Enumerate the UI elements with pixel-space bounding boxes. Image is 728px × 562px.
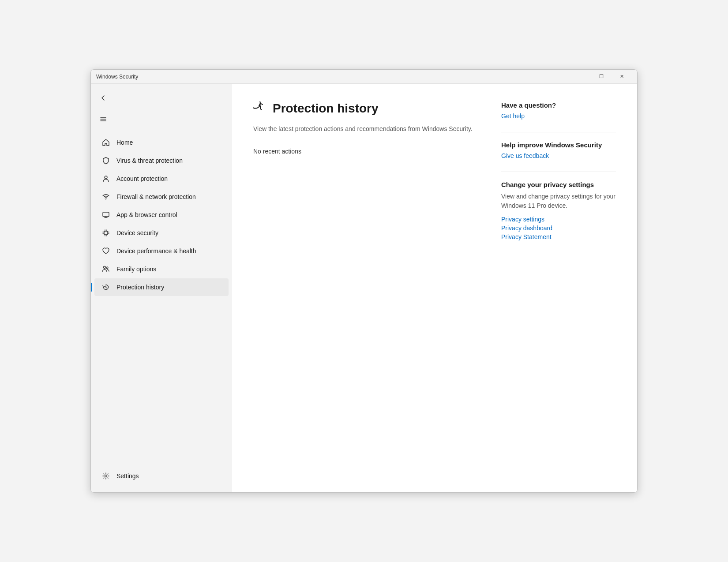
no-actions-text: No recent actions xyxy=(253,148,480,155)
svg-point-6 xyxy=(105,475,107,477)
monitor-icon xyxy=(101,210,110,219)
hamburger-icon xyxy=(100,116,107,123)
sidebar-item-app-browser-label: App & browser control xyxy=(116,211,177,218)
privacy-dashboard-link[interactable]: Privacy dashboard xyxy=(501,225,616,232)
help-title: Have a question? xyxy=(501,101,616,109)
feedback-link[interactable]: Give us feedback xyxy=(501,152,616,159)
svg-rect-3 xyxy=(104,231,108,235)
right-panel: Have a question? Get help Help improve W… xyxy=(501,101,616,475)
maximize-button[interactable]: ❐ xyxy=(591,70,612,84)
page-description: View the latest protection actions and r… xyxy=(253,124,474,134)
history-icon xyxy=(101,283,110,292)
sidebar-bottom: Settings xyxy=(91,463,232,492)
chip-icon xyxy=(101,229,110,237)
sidebar-item-protection-history[interactable]: Protection history xyxy=(94,278,229,296)
sidebar-item-home[interactable]: Home xyxy=(94,134,229,151)
main-content: Protection history View the latest prote… xyxy=(253,101,480,475)
window-controls: − ❐ ✕ xyxy=(571,70,632,84)
app-body: Home Virus & threat protection xyxy=(91,84,637,492)
back-button[interactable] xyxy=(94,89,112,107)
divider-2 xyxy=(501,172,616,172)
app-title: Windows Security xyxy=(96,74,571,80)
sidebar-navigation: Home Virus & threat protection xyxy=(91,130,232,463)
sidebar-item-home-label: Home xyxy=(116,139,133,146)
app-window: Windows Security − ❐ ✕ xyxy=(90,69,638,493)
divider-1 xyxy=(501,132,616,132)
close-button[interactable]: ✕ xyxy=(612,70,632,84)
titlebar: Windows Security − ❐ ✕ xyxy=(91,70,637,84)
sidebar-item-device-health[interactable]: Device performance & health xyxy=(94,242,229,260)
back-arrow-icon xyxy=(100,94,107,101)
page-title-icon xyxy=(253,101,267,116)
privacy-statement-link[interactable]: Privacy Statement xyxy=(501,233,616,240)
privacy-section: Change your privacy settings View and ch… xyxy=(501,181,616,240)
minimize-button[interactable]: − xyxy=(571,70,591,84)
settings-icon xyxy=(101,472,110,480)
wifi-icon xyxy=(101,192,110,201)
svg-rect-2 xyxy=(103,212,109,217)
sidebar-item-settings-label: Settings xyxy=(116,472,139,480)
sidebar-item-app-browser[interactable]: App & browser control xyxy=(94,206,229,224)
privacy-settings-link[interactable]: Privacy settings xyxy=(501,216,616,223)
sidebar-item-family-label: Family options xyxy=(116,266,156,273)
sidebar-item-protection-history-label: Protection history xyxy=(116,284,164,291)
sidebar-item-firewall-label: Firewall & network protection xyxy=(116,193,196,200)
sidebar-item-device-security-label: Device security xyxy=(116,229,158,236)
shield-icon xyxy=(101,156,110,165)
svg-point-0 xyxy=(105,176,107,179)
sidebar-item-firewall[interactable]: Firewall & network protection xyxy=(94,188,229,206)
page-title: Protection history xyxy=(273,101,379,116)
sidebar-item-virus[interactable]: Virus & threat protection xyxy=(94,152,229,169)
privacy-description: View and change privacy settings for you… xyxy=(501,192,616,210)
person-icon xyxy=(101,174,110,183)
heart-icon xyxy=(101,247,110,255)
page-header: Protection history xyxy=(253,101,480,116)
svg-point-1 xyxy=(105,199,106,200)
sidebar-item-family[interactable]: Family options xyxy=(94,260,229,278)
help-section: Have a question? Get help xyxy=(501,101,616,120)
svg-point-4 xyxy=(104,266,106,269)
sidebar-item-virus-label: Virus & threat protection xyxy=(116,157,183,164)
sidebar-item-account-label: Account protection xyxy=(116,175,168,182)
svg-point-5 xyxy=(106,267,108,269)
hamburger-button[interactable] xyxy=(94,110,112,128)
sidebar-item-device-security[interactable]: Device security xyxy=(94,224,229,242)
privacy-title: Change your privacy settings xyxy=(501,181,616,188)
get-help-link[interactable]: Get help xyxy=(501,112,616,120)
sidebar-item-device-health-label: Device performance & health xyxy=(116,247,196,255)
improve-title: Help improve Windows Security xyxy=(501,141,616,149)
main-content-area: Protection history View the latest prote… xyxy=(232,84,637,492)
improve-section: Help improve Windows Security Give us fe… xyxy=(501,141,616,159)
sidebar: Home Virus & threat protection xyxy=(91,84,232,492)
sidebar-item-settings[interactable]: Settings xyxy=(94,467,229,485)
sidebar-item-account[interactable]: Account protection xyxy=(94,170,229,187)
family-icon xyxy=(101,265,110,274)
home-icon xyxy=(101,138,110,147)
